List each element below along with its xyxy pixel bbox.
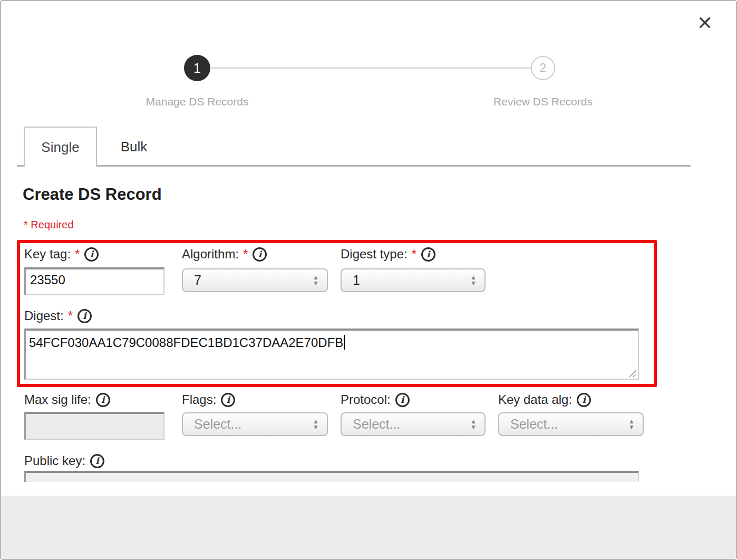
resize-handle[interactable] <box>627 368 636 377</box>
flags-select-value: Select... <box>194 417 241 432</box>
digest-required-star: * <box>68 308 73 323</box>
info-icon[interactable]: i <box>421 247 435 262</box>
required-star: * <box>24 219 28 230</box>
info-icon[interactable]: i <box>577 393 591 407</box>
flags-label: Flags: i <box>182 392 235 407</box>
flags-label-text: Flags: <box>182 392 216 407</box>
protocol-select-value: Select... <box>353 417 400 432</box>
stepper-connector <box>211 67 531 69</box>
public-key-label-text: Public key: <box>24 453 85 468</box>
public-key-textarea[interactable] <box>24 471 639 482</box>
max-sig-life-label: Max sig life: i <box>24 392 110 407</box>
algorithm-select[interactable]: 7 ▲▼ <box>182 268 328 292</box>
close-icon[interactable]: ✕ <box>697 14 713 33</box>
key-data-alg-label: Key data alg: i <box>498 392 591 407</box>
algorithm-label: Algorithm: * i <box>182 247 267 262</box>
spinner-arrows-icon: ▲▼ <box>628 418 635 430</box>
tab-bulk-label: Bulk <box>121 139 148 155</box>
max-sig-life-input[interactable] <box>24 412 164 440</box>
tab-single[interactable]: Single <box>24 127 97 167</box>
flags-select[interactable]: Select... ▲▼ <box>182 412 328 436</box>
step-2-circle: 2 <box>531 56 555 80</box>
algorithm-label-text: Algorithm: <box>182 247 239 262</box>
step-2-number: 2 <box>540 61 547 75</box>
dialog-footer: Cancel Back Next <box>1 496 736 559</box>
spinner-arrows-icon: ▲▼ <box>470 418 477 430</box>
protocol-label-text: Protocol: <box>341 392 391 407</box>
key-tag-label: Key tag: * i <box>24 247 99 262</box>
digest-type-label-text: Digest type: <box>341 247 408 262</box>
digest-type-select-value: 1 <box>353 273 360 288</box>
step-2-label: Review DS Records <box>464 95 622 108</box>
page-title: Create DS Record <box>23 185 162 204</box>
key-data-alg-label-text: Key data alg: <box>498 392 572 407</box>
info-icon[interactable]: i <box>253 247 267 262</box>
required-text: Required <box>28 219 74 230</box>
key-tag-required-star: * <box>75 247 80 262</box>
spinner-arrows-icon: ▲▼ <box>470 274 477 286</box>
digest-textarea[interactable]: 54FCF030AA1C79C0088FDEC1BD1C37DAA2E70DFB <box>24 329 639 380</box>
algorithm-required-star: * <box>243 247 248 262</box>
tab-bulk[interactable]: Bulk <box>97 127 171 167</box>
info-icon[interactable]: i <box>77 309 92 323</box>
step-1-label: Manage DS Records <box>118 95 276 108</box>
info-icon[interactable]: i <box>84 247 99 262</box>
digest-type-select[interactable]: 1 ▲▼ <box>341 268 486 292</box>
digest-label: Digest: * i <box>24 308 92 323</box>
public-key-label: Public key: i <box>24 453 104 468</box>
key-tag-label-text: Key tag: <box>24 247 71 262</box>
spinner-arrows-icon: ▲▼ <box>313 418 319 430</box>
text-caret <box>344 335 345 350</box>
key-data-alg-select-value: Select... <box>510 417 558 432</box>
key-data-alg-select[interactable]: Select... ▲▼ <box>498 412 644 436</box>
max-sig-life-label-text: Max sig life: <box>24 392 91 407</box>
create-ds-record-dialog: ✕ 1 2 Manage DS Records Review DS Record… <box>0 0 737 560</box>
key-tag-input[interactable]: 23550 <box>24 267 164 295</box>
tab-single-label: Single <box>41 139 79 156</box>
digest-value: 54FCF030AA1C79C0088FDEC1BD1C37DAA2E70DFB <box>29 335 343 350</box>
step-1-number: 1 <box>193 61 201 76</box>
info-icon[interactable]: i <box>96 393 110 407</box>
required-note: * Required <box>24 219 74 231</box>
step-1-circle: 1 <box>184 55 210 81</box>
digest-label-text: Digest: <box>24 308 64 323</box>
algorithm-select-value: 7 <box>194 273 201 288</box>
info-icon[interactable]: i <box>90 454 104 468</box>
digest-type-label: Digest type: * i <box>341 247 435 262</box>
protocol-select[interactable]: Select... ▲▼ <box>341 412 486 436</box>
digest-type-required-star: * <box>412 247 416 262</box>
spinner-arrows-icon: ▲▼ <box>313 274 319 286</box>
protocol-label: Protocol: i <box>341 392 410 407</box>
info-icon[interactable]: i <box>395 393 410 407</box>
info-icon[interactable]: i <box>221 393 235 407</box>
